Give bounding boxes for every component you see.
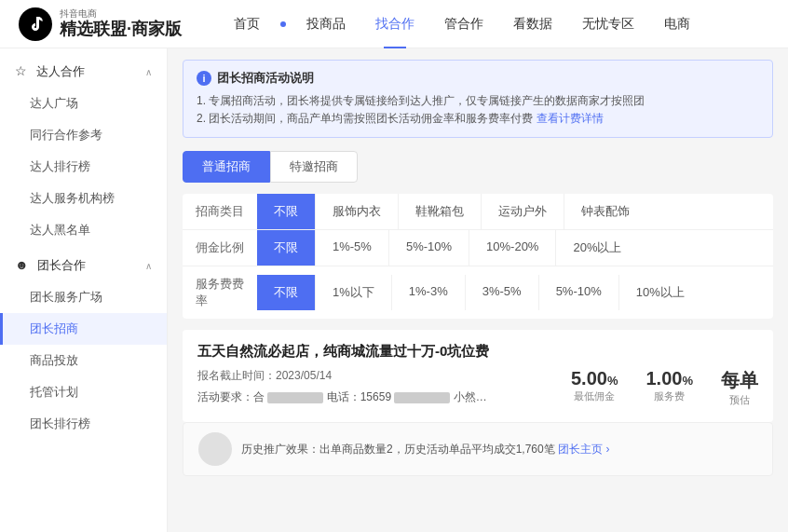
stat-commission-number: 5.00 [571, 368, 607, 389]
activity-deadline: 报名截止时间：2023/05/14 [197, 368, 552, 384]
nav-worry-free[interactable]: 无忧专区 [567, 0, 649, 48]
stat-fee-unit: % [682, 374, 693, 388]
activity-info: 报名截止时间：2023/05/14 活动要求：合 电话：15659 小然不审核，… [197, 368, 552, 409]
notice-banner: i 团长招商活动说明 1. 专属招商活动，团长将提供专属链接给到达人推广，仅专属… [183, 60, 773, 138]
notice-link[interactable]: 查看计费详情 [537, 112, 604, 125]
stat-fee-value: 1.00% [646, 368, 694, 389]
sidebar-item-peer-collab[interactable]: 同行合作参考 [0, 119, 167, 151]
stat-commission-label: 最低佣金 [571, 389, 618, 403]
sidebar-section-header-group[interactable]: ☻ 团长合作 ∧ [0, 250, 167, 281]
filter-opt-fee-4[interactable]: 5%-10% [539, 275, 619, 310]
activity-req-suffix: 电话：15659 [327, 390, 391, 403]
logo-text: 抖音电商 精选联盟·商家版 [60, 8, 182, 40]
sidebar-item-group-service[interactable]: 团长服务广场 [0, 281, 167, 313]
filter-opt-fee-1[interactable]: 1%以下 [316, 275, 392, 310]
logo-area: 抖音电商 精选联盟·商家版 [19, 7, 182, 41]
nav-items: 首页 投商品 找合作 管合作 看数据 无忧专区 电商 [219, 0, 769, 48]
sidebar-section-group: ☻ 团长合作 ∧ 团长服务广场 团长招商 商品投放 托管计划 团长排行榜 [0, 250, 167, 440]
star-icon: ☆ [15, 63, 27, 78]
filter-opt-fee-3[interactable]: 3%-5% [466, 275, 539, 310]
history-text-content: 历史推广效果：出单商品数量2，历史活动单品平均成交1,760笔 [241, 443, 555, 456]
stat-commission-unit: % [607, 374, 618, 388]
filter-opt-fee-5[interactable]: 10%以上 [619, 275, 701, 310]
filter-opt-fee-0[interactable]: 不限 [257, 275, 316, 310]
filter-label-category: 招商类目 [183, 194, 257, 229]
filter-opt-commission-4[interactable]: 20%以上 [556, 230, 638, 266]
activity-req-redacted [267, 392, 323, 403]
chevron-down-icon: ∧ [145, 67, 152, 77]
filter-row-service-fee: 服务费费率 不限 1%以下 1%-3% 3%-5% 5%-10% 10%以上 [183, 266, 773, 319]
sidebar-section-label-talent: 达人合作 [36, 64, 85, 78]
main-content: i 团长招商活动说明 1. 专属招商活动，团长将提供专属链接给到达人推广，仅专属… [168, 48, 788, 532]
filter-options-service-fee: 不限 1%以下 1%-3% 3%-5% 5%-10% 10%以上 [257, 275, 773, 310]
activity-stats: 5.00% 最低佣金 1.00% 服务费 每单 预估 [571, 368, 758, 407]
sidebar-section-label-group: 团长合作 [37, 258, 86, 272]
filter-opt-commission-1[interactable]: 1%-5% [316, 230, 389, 266]
filter-options-commission: 不限 1%-5% 5%-10% 10%-20% 20%以上 [257, 230, 773, 266]
nav-dot [280, 21, 286, 27]
filter-opt-commission-2[interactable]: 5%-10% [389, 230, 469, 266]
stat-estimate-text: 每单 [721, 370, 758, 390]
stat-estimate-value: 每单 [721, 368, 758, 393]
nav-data[interactable]: 看数据 [498, 0, 567, 48]
activity-phone-redacted [394, 392, 450, 403]
filter-opt-category-4[interactable]: 钟表配饰 [564, 194, 646, 229]
sidebar-item-group-recruit[interactable]: 团长招商 [0, 313, 167, 345]
nav-invest[interactable]: 投商品 [292, 0, 360, 48]
nav-ecommerce[interactable]: 电商 [649, 0, 705, 48]
chevron-down-icon-group: ∧ [145, 261, 152, 271]
sidebar-item-agency-rank[interactable]: 达人服务机构榜 [0, 183, 167, 214]
sidebar-section-header-talent[interactable]: ☆ 达人合作 ∧ [0, 56, 167, 88]
sidebar-item-talent-square[interactable]: 达人广场 [0, 88, 167, 119]
stat-estimate: 每单 预估 [721, 368, 758, 407]
activity-meta: 报名截止时间：2023/05/14 活动要求：合 电话：15659 小然不审核，… [197, 368, 758, 409]
history-link[interactable]: 团长主页 › [558, 443, 609, 456]
sidebar-section-talent: ☆ 达人合作 ∧ 达人广场 同行合作参考 达人排行榜 达人服务机构榜 达人黑名单 [0, 56, 167, 246]
notice-title-text: 团长招商活动说明 [217, 70, 314, 87]
history-row: 历史推广效果：出单商品数量2，历史活动单品平均成交1,760笔 团长主页 › [183, 422, 773, 476]
filter-opt-category-1[interactable]: 服饰内衣 [316, 194, 399, 229]
tab-normal-recruit[interactable]: 普通招商 [183, 151, 270, 183]
filter-opt-fee-2[interactable]: 1%-3% [392, 275, 466, 310]
history-text: 历史推广效果：出单商品数量2，历史活动单品平均成交1,760笔 团长主页 › [241, 442, 757, 457]
stat-service-fee: 1.00% 服务费 [646, 368, 694, 407]
stat-commission-value: 5.00% [571, 368, 618, 389]
sidebar: ☆ 达人合作 ∧ 达人广场 同行合作参考 达人排行榜 达人服务机构榜 达人黑名单… [0, 48, 168, 532]
logo-top-text: 抖音电商 [60, 8, 182, 20]
tab-special-recruit[interactable]: 特邀招商 [270, 151, 358, 183]
activity-req-extra: 小然不审核，加不上拨打... [454, 390, 496, 403]
nav-home[interactable]: 首页 [219, 0, 275, 48]
activity-req-label: 活动要求：合 [197, 390, 265, 403]
filter-opt-category-0[interactable]: 不限 [257, 194, 316, 229]
activity-req: 活动要求：合 电话：15659 小然不审核，加不上拨打... [197, 389, 496, 405]
sidebar-item-group-rank[interactable]: 团长排行榜 [0, 408, 167, 440]
layout: ☆ 达人合作 ∧ 达人广场 同行合作参考 达人排行榜 达人服务机构榜 达人黑名单… [0, 48, 788, 532]
sidebar-item-managed-plan[interactable]: 托管计划 [0, 376, 167, 408]
filter-opt-category-2[interactable]: 鞋靴箱包 [399, 194, 482, 229]
filter-section: 招商类目 不限 服饰内衣 鞋靴箱包 运动户外 钟表配饰 佣金比例 不限 1%-5… [183, 194, 773, 319]
notice-badge: i [197, 71, 211, 86]
stat-commission: 5.00% 最低佣金 [571, 368, 618, 407]
sidebar-item-product-placement[interactable]: 商品投放 [0, 345, 167, 376]
filter-label-commission: 佣金比例 [183, 230, 257, 266]
filter-label-service-fee: 服务费费率 [183, 266, 257, 319]
nav-find[interactable]: 找合作 [360, 0, 429, 48]
stat-fee-label: 服务费 [646, 389, 694, 403]
filter-options-category: 不限 服饰内衣 鞋靴箱包 运动户外 钟表配饰 [257, 194, 773, 229]
filter-opt-category-3[interactable]: 运动户外 [482, 194, 564, 229]
nav-manage[interactable]: 管合作 [429, 0, 498, 48]
logo-icon [19, 7, 52, 41]
sidebar-item-blacklist[interactable]: 达人黑名单 [0, 214, 167, 246]
filter-opt-commission-3[interactable]: 10%-20% [469, 230, 556, 266]
notice-line-2: 2. 团长活动期间，商品产单均需按照团长活动佣金率和服务费率付费 查看计费详情 [197, 110, 759, 128]
sidebar-item-talent-rank[interactable]: 达人排行榜 [0, 151, 167, 183]
stat-estimate-label: 预估 [721, 393, 758, 407]
person-icon: ☻ [15, 257, 29, 272]
top-nav: 抖音电商 精选联盟·商家版 首页 投商品 找合作 管合作 看数据 无忧专区 电商 [0, 0, 788, 48]
activity-card: 五天自然流必起店，纯商城流量过十万-0坑位费 报名截止时间：2023/05/14… [183, 330, 773, 422]
logo-main-text: 精选联盟·商家版 [60, 20, 182, 40]
tab-bar: 普通招商 特邀招商 [183, 151, 773, 183]
filter-opt-commission-0[interactable]: 不限 [257, 230, 316, 266]
filter-row-category: 招商类目 不限 服饰内衣 鞋靴箱包 运动户外 钟表配饰 [183, 194, 773, 230]
activity-title: 五天自然流必起店，纯商城流量过十万-0坑位费 [197, 343, 758, 361]
